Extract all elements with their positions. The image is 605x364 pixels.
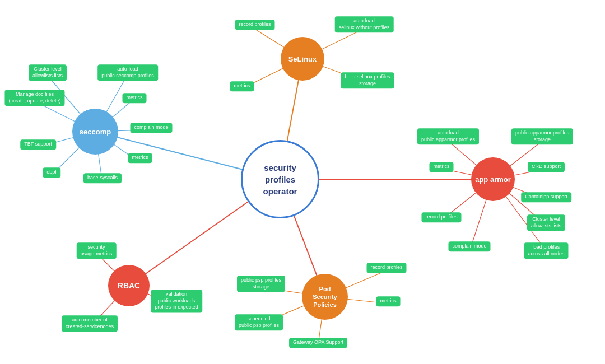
psp-label-scheduled: scheduledpublic psp profiles: [235, 314, 283, 330]
apparmor-label-metrics: metrics: [430, 162, 454, 172]
rbac-node: RBAC: [108, 265, 150, 306]
seccomp-label-3: Manage doc files(create, update, delete): [4, 90, 64, 106]
psp-label-gateway: Gateway OPA Support: [289, 338, 347, 348]
rbac-label-validation: validationpublic workloadsprofiles in ex…: [151, 290, 202, 312]
seccomp-label-metrics1: metrics: [123, 93, 147, 103]
apparmor-label-complain: complain mode: [448, 241, 490, 251]
psp-label-storage: public psp profilesstorage: [237, 276, 285, 292]
apparmor-label-autoload: auto-loadpublic apparmor profiles: [417, 128, 479, 144]
seccomp-label-1: Cluster levelallowlists lists: [29, 64, 67, 81]
rbac-label-automember: auto-member ofcreated-servicenodes: [62, 315, 118, 332]
apparmor-label-crd: CRD support: [528, 162, 565, 172]
apparmor-label-storage: public apparmor profilesstorage: [511, 128, 573, 144]
apparmor-label-load: load profilesacross all nodes: [524, 242, 568, 259]
apparmor-label-record: record profiles: [421, 212, 461, 222]
seccomp-label-complain: complain mode: [130, 123, 172, 133]
center-node: security profiles operator: [241, 140, 319, 218]
selinux-label-autoload: auto-loadselinux without profiles: [335, 16, 394, 32]
selinux-label-build: build selinux profilesstorage: [341, 72, 394, 88]
psp-node: Pod Security Policies: [302, 274, 348, 320]
seccomp-label-tbf: TBF support: [20, 139, 56, 150]
seccomp-label-base: base-syscalls: [83, 173, 122, 183]
apparmor-label-containipp: Containipp support: [521, 192, 571, 202]
seccomp-node: seccomp: [72, 109, 118, 155]
seccomp-label-metrics2: metrics: [128, 153, 152, 163]
selinux-label-record: record profiles: [235, 20, 274, 30]
seccomp-label-2: auto-loadpublic seccomp profiles: [97, 64, 158, 81]
psp-label-metrics: metrics: [376, 296, 401, 306]
apparmor-label-cluster: Cluster levelallowlists lists: [527, 214, 565, 231]
psp-label-record: record profiles: [366, 263, 406, 273]
rbac-label-usage: securityusage-metrics: [77, 242, 117, 259]
seccomp-label-ebpf: ebpf: [43, 167, 61, 178]
apparmor-node: app armor: [471, 157, 515, 201]
selinux-node: SeLinux: [281, 37, 324, 81]
selinux-label-metrics: metrics: [230, 81, 254, 91]
